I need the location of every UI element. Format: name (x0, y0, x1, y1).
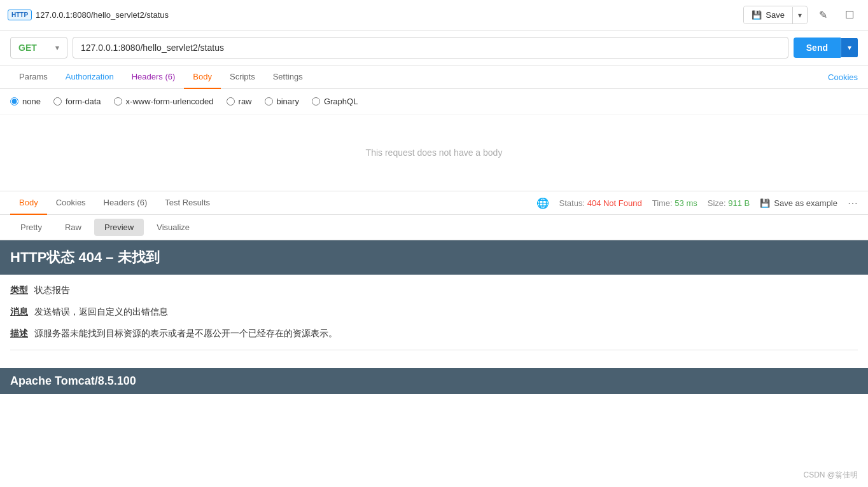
radio-none-label: none (22, 97, 41, 106)
description-value: 源服务器未能找到目标资源的表示或者是不愿公开一个已经存在的资源表示。 (34, 328, 337, 338)
send-dropdown-arrow[interactable]: ▾ (841, 38, 858, 57)
tab-settings[interactable]: Settings (264, 65, 312, 89)
type-label: 类型 (10, 285, 28, 295)
response-settings-icon[interactable]: ⋯ (848, 197, 858, 209)
preview-description-row: 描述 源服务器未能找到目标资源的表示或者是不愿公开一个已经存在的资源表示。 (10, 328, 858, 340)
tab-authorization[interactable]: Authorization (57, 65, 123, 89)
radio-urlencoded-input[interactable] (114, 97, 122, 106)
preview-error-header: HTTP状态 404 – 未找到 (0, 240, 868, 275)
view-tabs: Pretty Raw Preview Visualize (0, 215, 868, 240)
preview-header-title: HTTP状态 404 – 未找到 (10, 249, 160, 265)
top-bar: HTTP 127.0.0.1:8080/hello_servlet2/statu… (0, 0, 868, 31)
radio-form-data-label: form-data (66, 97, 101, 106)
radio-binary-label: binary (277, 97, 299, 106)
preview-message-row: 消息 发送错误，返回自定义的出错信息 (10, 306, 858, 318)
save-icon: 💾 (752, 10, 762, 20)
comment-button[interactable]: ☐ (839, 5, 860, 25)
url-input[interactable] (73, 37, 788, 58)
view-tab-visualize[interactable]: Visualize (146, 219, 200, 236)
http-badge: HTTP (8, 10, 32, 20)
time-label: Time: 53 ms (652, 198, 697, 208)
url-method-badge: HTTP 127.0.0.1:8080/hello_servlet2/statu… (8, 10, 169, 20)
resp-tab-cookies[interactable]: Cookies (47, 191, 95, 215)
save-label: Save (766, 10, 785, 20)
radio-form-data-input[interactable] (53, 97, 62, 106)
send-button-group[interactable]: Send ▾ (794, 38, 858, 58)
watermark: CSDN @翁佳明 (803, 470, 858, 481)
method-label: GET (18, 43, 37, 53)
preview-type-row: 类型 状态报告 (10, 285, 858, 296)
preview-footer-title: Apache Tomcat/8.5.100 (10, 374, 136, 387)
type-value: 状态报告 (34, 285, 70, 295)
time-value: 53 ms (675, 198, 697, 208)
save-dropdown-arrow[interactable]: ▾ (792, 7, 807, 24)
save-example-label: Save as example (774, 198, 837, 208)
tab-params[interactable]: Params (10, 65, 57, 89)
radio-graphql[interactable]: GraphQL (312, 97, 358, 106)
request-tabs: Params Authorization Headers (6) Body Sc… (0, 65, 868, 89)
top-bar-actions: 💾 Save ▾ ✎ ☐ (743, 5, 860, 25)
radio-urlencoded[interactable]: x-www-form-urlencoded (114, 97, 214, 106)
radio-urlencoded-label: x-www-form-urlencoded (126, 97, 214, 106)
resp-tab-body[interactable]: Body (10, 191, 47, 215)
save-example-button[interactable]: 💾 Save as example (760, 198, 837, 208)
radio-binary[interactable]: binary (265, 97, 299, 106)
response-meta: 🌐 Status: 404 Not Found Time: 53 ms Size… (536, 197, 858, 209)
view-tab-pretty[interactable]: Pretty (10, 219, 52, 236)
tab-headers[interactable]: Headers (6) (123, 65, 185, 89)
description-label: 描述 (10, 328, 28, 338)
edit-button[interactable]: ✎ (813, 5, 834, 25)
message-value: 发送错误，返回自定义的出错信息 (34, 306, 168, 317)
tab-body[interactable]: Body (184, 65, 221, 89)
status-value: 404 Not Found (587, 198, 642, 208)
radio-graphql-input[interactable] (312, 97, 320, 106)
method-select[interactable]: GET ▾ (10, 37, 67, 58)
message-label: 消息 (10, 306, 28, 317)
radio-form-data[interactable]: form-data (53, 97, 101, 106)
radio-raw[interactable]: raw (227, 97, 252, 106)
send-button[interactable]: Send (794, 38, 841, 58)
view-tab-preview[interactable]: Preview (94, 219, 144, 236)
preview-footer-bar: Apache Tomcat/8.5.100 (0, 368, 868, 394)
save-example-icon: 💾 (760, 198, 770, 208)
response-section: Body Cookies Headers (6) Test Results 🌐 … (0, 191, 868, 454)
radio-none[interactable]: none (10, 97, 41, 106)
body-options: none form-data x-www-form-urlencoded raw… (0, 89, 868, 114)
cookies-link[interactable]: Cookies (828, 72, 858, 82)
method-chevron-icon: ▾ (55, 44, 59, 52)
body-empty-text: This request does not have a body (366, 147, 503, 158)
preview-content: HTTP状态 404 – 未找到 类型 状态报告 消息 发送错误，返回自定义的出… (0, 240, 868, 454)
tab-scripts[interactable]: Scripts (221, 65, 264, 89)
resp-tab-headers[interactable]: Headers (6) (95, 191, 157, 215)
size-label: Size: 911 B (708, 198, 750, 208)
radio-none-input[interactable] (10, 97, 18, 106)
top-url-text: 127.0.0.1:8080/hello_servlet2/status (36, 10, 169, 20)
radio-graphql-label: GraphQL (324, 97, 358, 106)
radio-raw-input[interactable] (227, 97, 235, 106)
size-value: 911 B (728, 198, 750, 208)
radio-raw-label: raw (239, 97, 252, 106)
globe-icon: 🌐 (536, 197, 549, 209)
save-button[interactable]: 💾 Save (744, 6, 792, 24)
url-bar: GET ▾ Send ▾ (0, 31, 868, 65)
status-label: Status: 404 Not Found (559, 198, 642, 208)
body-empty-state: This request does not have a body (0, 114, 868, 191)
save-button-group[interactable]: 💾 Save ▾ (743, 6, 808, 24)
radio-binary-input[interactable] (265, 97, 273, 106)
preview-divider (10, 350, 858, 350)
resp-tab-test-results[interactable]: Test Results (156, 191, 219, 215)
preview-body: 类型 状态报告 消息 发送错误，返回自定义的出错信息 描述 源服务器未能找到目标… (0, 275, 868, 368)
response-tabs-bar: Body Cookies Headers (6) Test Results 🌐 … (0, 191, 868, 215)
view-tab-raw[interactable]: Raw (55, 219, 92, 236)
